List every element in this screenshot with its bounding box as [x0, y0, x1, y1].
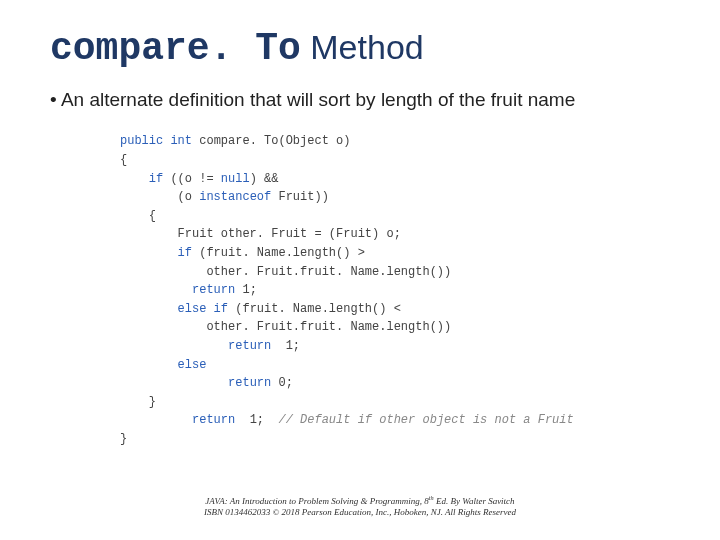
code-text: (fruit. Name.length() < [228, 302, 401, 316]
code-text: other. Fruit.fruit. Name.length()) [120, 320, 451, 334]
code-text: ) && [250, 172, 279, 186]
code-text [120, 172, 149, 186]
code-text: 0; [271, 376, 293, 390]
code-text [120, 376, 228, 390]
footer-text: Ed. By Walter Savitch [434, 496, 515, 506]
code-text [120, 246, 178, 260]
code-text: } [120, 432, 127, 446]
kw-null: null [221, 172, 250, 186]
code-text [120, 283, 192, 297]
kw-return: return [228, 339, 271, 353]
code-text: } [120, 395, 156, 409]
kw-return: return [192, 283, 235, 297]
footer-line-1: JAVA: An Introduction to Problem Solving… [0, 494, 720, 507]
title-rest: Method [301, 28, 424, 66]
code-text [120, 339, 228, 353]
slide-footer: JAVA: An Introduction to Problem Solving… [0, 494, 720, 519]
kw-int: int [170, 134, 192, 148]
code-text: (o [120, 190, 199, 204]
code-text: Fruit other. Fruit = (Fruit) o; [120, 227, 401, 241]
code-text: Fruit)) [271, 190, 329, 204]
code-text: { [120, 209, 156, 223]
footer-text: JAVA: An Introduction to Problem Solving… [205, 496, 428, 506]
kw-else: else [178, 358, 207, 372]
code-comment: // Default if other object is not a Frui… [278, 413, 573, 427]
code-text: (fruit. Name.length() > [192, 246, 365, 260]
code-text [120, 302, 178, 316]
kw-instanceof: instanceof [199, 190, 271, 204]
kw-elseif: else if [178, 302, 228, 316]
code-text: 1; [271, 339, 300, 353]
kw-public: public [120, 134, 163, 148]
code-block: public int compare. To(Object o) { if ((… [120, 132, 670, 448]
code-text: other. Fruit.fruit. Name.length()) [120, 265, 451, 279]
code-text [120, 413, 192, 427]
slide-title: compare. To Method [50, 28, 670, 70]
bullet-text: • An alternate definition that will sort… [50, 88, 670, 113]
title-mono: compare. To [50, 27, 301, 70]
code-text: ((o != [163, 172, 221, 186]
code-text [120, 358, 178, 372]
code-text: { [120, 153, 127, 167]
kw-if: if [178, 246, 192, 260]
footer-line-2: ISBN 0134462033 © 2018 Pearson Education… [0, 507, 720, 518]
code-text: 1; [235, 413, 278, 427]
kw-return: return [192, 413, 235, 427]
code-text: 1; [235, 283, 257, 297]
kw-if: if [149, 172, 163, 186]
code-text: compare. To(Object o) [192, 134, 350, 148]
kw-return: return [228, 376, 271, 390]
